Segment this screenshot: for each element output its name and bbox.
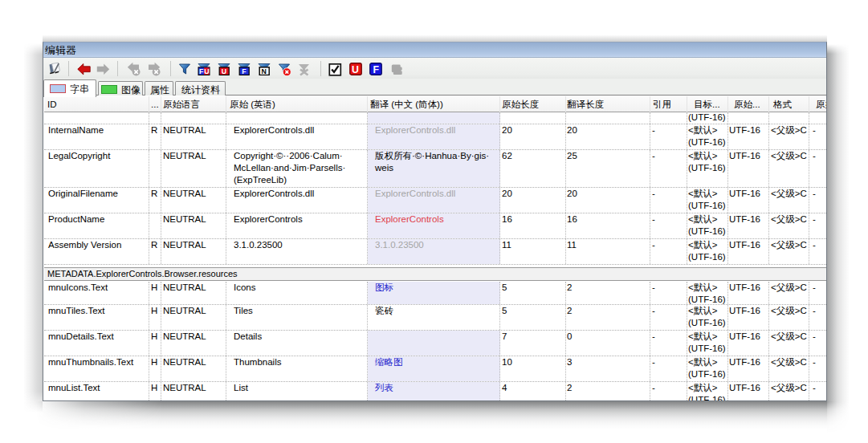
svg-text:F: F bbox=[199, 67, 204, 75]
svg-text:U: U bbox=[352, 64, 359, 75]
svg-text:F: F bbox=[373, 64, 379, 75]
svg-text:U: U bbox=[204, 67, 209, 75]
svg-text:N: N bbox=[262, 67, 267, 75]
svg-text:F: F bbox=[242, 67, 247, 75]
svg-text:U: U bbox=[222, 67, 226, 75]
